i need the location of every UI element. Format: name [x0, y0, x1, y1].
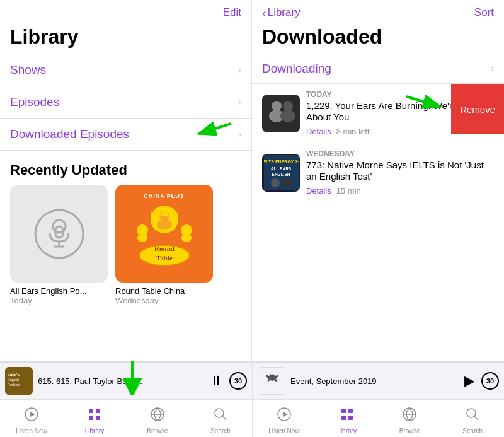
svg-marker-34: [30, 412, 35, 417]
aee-podcast-date: Today: [10, 296, 108, 305]
apple-logo-icon: [262, 371, 281, 390]
left-nav-items: Shows › Episodes › Downloaded Episodes ›: [0, 54, 251, 151]
svg-point-13: [181, 233, 192, 242]
tab-search-left[interactable]: Search: [189, 400, 252, 437]
tab-listen-now-left[interactable]: Listen Now: [0, 400, 63, 437]
svg-point-41: [215, 409, 224, 417]
mini-thumb-left: Luke's English Podcast: [5, 367, 33, 395]
svg-rect-36: [96, 409, 100, 413]
recently-updated-header: Recently Updated: [0, 151, 251, 185]
tab-listen-now-right[interactable]: Listen Now: [253, 400, 316, 437]
back-label: Library: [268, 6, 301, 19]
episode-details-link-1[interactable]: Details: [306, 127, 331, 136]
rtc-podcast-title: Round Table China: [115, 286, 213, 296]
episode-item-2[interactable]: IELTS ENERGY 7+ ALL EARS ENGLISH WEDNESD…: [252, 143, 504, 202]
svg-point-27: [271, 178, 280, 187]
svg-text:ALL EARS: ALL EARS: [270, 166, 291, 171]
svg-point-20: [283, 101, 293, 111]
episode-title-2: 773: Native Morne Says IELTS is Not 'Jus…: [306, 160, 494, 182]
skip-forward-button-left[interactable]: 30: [229, 372, 247, 390]
right-panel: ‹ Library Sort Downloaded Downloading ›: [252, 0, 504, 361]
tab-label-listen-now-left: Listen Now: [16, 428, 47, 434]
sort-button[interactable]: Sort: [474, 6, 494, 19]
remove-button-1[interactable]: Remove: [451, 84, 504, 134]
svg-text:Podcast: Podcast: [8, 383, 20, 387]
left-top-bar: Edit: [0, 0, 251, 23]
rtc-podcast-date: Wednesday: [115, 296, 213, 305]
nav-episodes-label: Episodes: [10, 95, 59, 109]
svg-rect-46: [348, 409, 353, 413]
podcast-mic-icon: [34, 209, 84, 259]
tab-panel-left: Listen Now Library Browse Search: [0, 400, 252, 437]
nav-item-shows[interactable]: Shows ›: [0, 54, 251, 86]
tab-bar: Listen Now Library Browse Search L: [0, 399, 504, 437]
tab-label-search-right: Search: [462, 428, 483, 434]
green-arrow-downloaded: [195, 120, 232, 146]
svg-text:English: English: [8, 378, 19, 382]
tab-library-right[interactable]: Library: [316, 400, 379, 437]
svg-rect-48: [348, 416, 353, 420]
nav-item-episodes[interactable]: Episodes ›: [0, 86, 251, 119]
downloading-label: Downloading: [262, 62, 331, 76]
svg-point-21: [280, 110, 295, 122]
tab-browse-right[interactable]: Browse: [379, 400, 442, 437]
search-icon-left: [213, 407, 228, 426]
podcast-thumb-aee: [10, 185, 108, 283]
podcast-card-rtc[interactable]: CHINA PLUS: [115, 185, 213, 305]
bottom-players: Luke's English Podcast 615. 615. Paul Ta…: [0, 361, 504, 399]
episode-meta-2: Details 15 min: [306, 186, 494, 195]
nav-downloaded-label: Downloaded Episodes: [10, 127, 129, 141]
back-button[interactable]: ‹ Library: [262, 6, 301, 20]
tab-search-right[interactable]: Search: [441, 400, 504, 437]
aee-podcast-title: All Ears English Po...: [10, 286, 108, 296]
tab-panel-right: Listen Now Library Browse Search: [252, 400, 504, 437]
episode-thumb-2: IELTS ENERGY 7+ ALL EARS ENGLISH: [262, 154, 300, 192]
downloaded-title: Downloaded: [252, 23, 504, 54]
svg-rect-45: [341, 409, 346, 413]
mini-controls-left: ⏸ 30: [209, 372, 247, 390]
downloading-row[interactable]: Downloading ›: [252, 54, 504, 84]
episode-day-2: WEDNESDAY: [306, 149, 494, 158]
recently-updated-grid: All Ears English Po... Today CHINA PLUS: [0, 185, 251, 305]
svg-marker-44: [283, 412, 288, 417]
episode-time-1: 8 min left: [336, 127, 370, 136]
library-icon-left: [87, 407, 102, 426]
podcast-thumb-rtc: CHINA PLUS: [115, 185, 213, 283]
ep1-thumb-svg: [264, 96, 299, 131]
downloading-chevron-icon: ›: [491, 63, 494, 74]
tab-label-search-left: Search: [210, 428, 231, 434]
library-title: Library: [0, 23, 251, 54]
pause-button-left[interactable]: ⏸: [209, 373, 223, 389]
podcast-card-aee[interactable]: All Ears English Po... Today: [10, 185, 108, 305]
episode-details-link-2[interactable]: Details: [306, 186, 331, 195]
mini-thumb-left-svg: Luke's English Podcast: [5, 367, 33, 395]
nav-shows-label: Shows: [10, 63, 46, 77]
browse-icon-left: [150, 407, 165, 426]
left-panel: Edit Library Shows › Episodes › Download…: [0, 0, 252, 361]
mini-player-right[interactable]: Event, September 2019 ▶ 30: [252, 362, 504, 399]
tab-label-browse-right: Browse: [399, 428, 420, 434]
listen-now-icon-left: [24, 407, 39, 426]
edit-button[interactable]: Edit: [223, 6, 241, 19]
nav-item-downloaded-episodes[interactable]: Downloaded Episodes ›: [0, 119, 251, 151]
svg-rect-38: [96, 416, 100, 420]
svg-text:ENGLISH: ENGLISH: [272, 172, 290, 177]
svg-point-11: [137, 233, 147, 242]
skip-forward-button-right[interactable]: 30: [481, 372, 499, 390]
tab-browse-left[interactable]: Browse: [126, 400, 189, 437]
svg-line-52: [474, 416, 478, 420]
tab-label-library-left: Library: [85, 428, 105, 434]
mini-player-left-title: 615. 615. Paul Taylor Beca...: [38, 376, 204, 386]
episode-item-1[interactable]: TODAY 1,229. Your Ears Are Burning! We'r…: [252, 84, 504, 143]
play-button-right[interactable]: ▶: [464, 373, 475, 389]
svg-text:Round: Round: [154, 245, 175, 252]
svg-point-1: [35, 210, 83, 258]
svg-point-8: [157, 219, 172, 230]
right-top-bar: ‹ Library Sort: [252, 0, 504, 23]
mini-player-left[interactable]: Luke's English Podcast 615. 615. Paul Ta…: [0, 362, 252, 399]
browse-icon-right: [402, 407, 417, 426]
svg-text:Table: Table: [156, 254, 173, 262]
shows-chevron-icon: ›: [238, 64, 241, 76]
svg-point-18: [272, 101, 282, 111]
tab-library-left[interactable]: Library: [63, 400, 126, 437]
